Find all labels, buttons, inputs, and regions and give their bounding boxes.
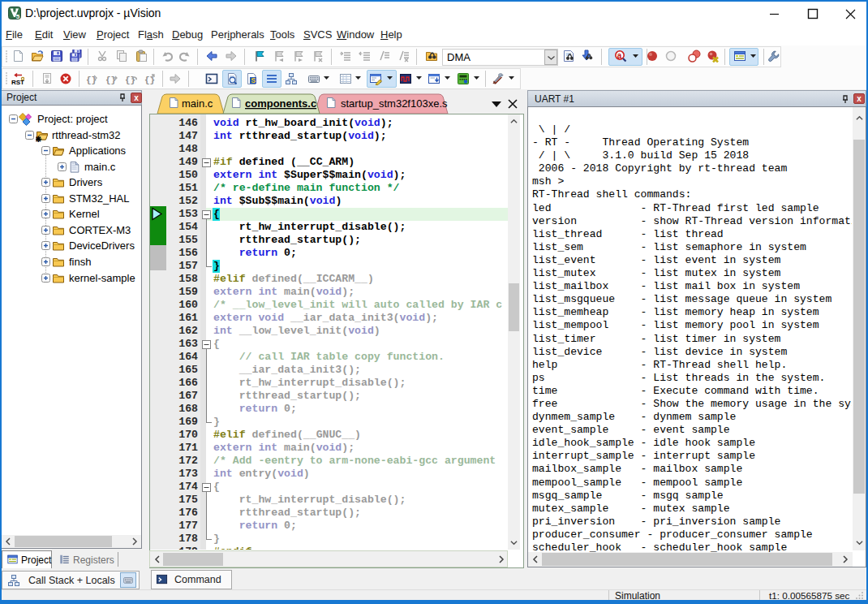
svg-text:main.c: main.c	[182, 97, 213, 110]
svg-text:{}: {}	[144, 76, 155, 85]
svg-text:{}: {}	[105, 76, 116, 85]
svg-text:components.c: components.c	[245, 97, 316, 110]
svg-text:❋: ❋	[36, 135, 42, 142]
svg-text:{}: {}	[125, 76, 135, 85]
svg-text:startup_stm32f103xe.s: startup_stm32f103xe.s	[341, 97, 448, 110]
svg-text:S: S	[251, 76, 256, 84]
svg-text:5: 5	[16, 13, 20, 20]
svg-text:a: a	[617, 52, 622, 61]
